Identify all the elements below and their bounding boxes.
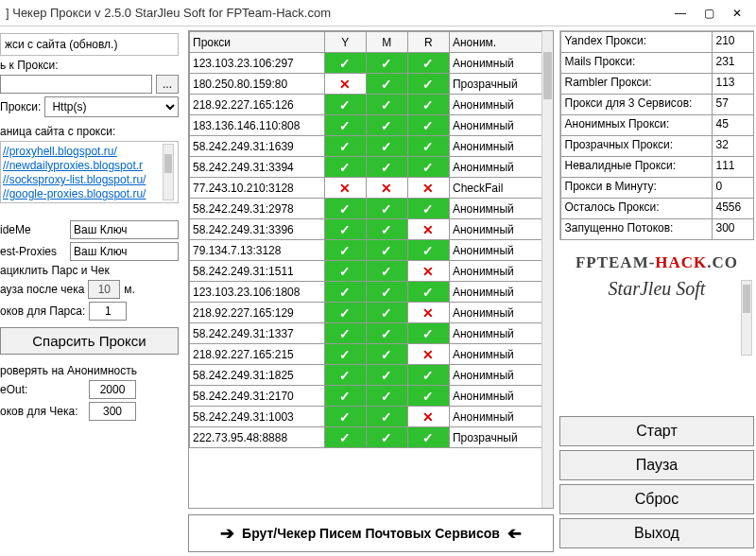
cell-mail: ✓ xyxy=(366,323,407,344)
proxy-type-select[interactable]: Http(s) xyxy=(44,96,179,117)
scrollbar-thumb[interactable] xyxy=(543,52,552,99)
table-scrollbar[interactable] xyxy=(541,31,553,508)
cell-mail: ✓ xyxy=(366,240,407,261)
pause-button[interactable]: Пауза xyxy=(559,450,754,480)
parse-proxy-button[interactable]: Спарсить Прокси xyxy=(0,327,179,355)
cell-rambler: ✓ xyxy=(407,386,449,407)
cell-mail: ✓ xyxy=(366,219,407,240)
stat-value: 0 xyxy=(712,177,754,199)
col-rambler[interactable]: R xyxy=(407,32,449,53)
table-row[interactable]: 77.243.10.210:3128✕✕✕CheckFail xyxy=(190,178,553,199)
table-row[interactable]: 180.250.80.159:80✕✓✓Прозрачный xyxy=(190,74,553,95)
proxy-source-link[interactable]: //proxyhell.blogspot.ru/ xyxy=(3,145,176,158)
cell-anon: Анонимный xyxy=(449,407,552,427)
hideme-key-input[interactable] xyxy=(70,220,179,239)
cell-proxy: 58.242.249.31:1825 xyxy=(190,365,325,386)
table-row[interactable]: 58.242.249.31:1337✓✓✓Анонимный xyxy=(190,323,553,344)
cell-rambler: ✕ xyxy=(407,261,449,282)
stat-value: 210 xyxy=(712,31,754,53)
cell-anon: Анонимный xyxy=(449,199,552,219)
cell-mail: ✓ xyxy=(366,386,407,407)
cell-rambler: ✕ xyxy=(407,178,449,199)
col-mail[interactable]: M xyxy=(366,32,407,53)
proxy-source-link[interactable]: //newdailyproxies.blogspot.r xyxy=(3,159,176,172)
stat-key: Прокси в Минуту: xyxy=(560,177,713,199)
stat-key: Прокси для 3 Сервисов: xyxy=(560,94,713,115)
pause-after-label: ауза после чека xyxy=(0,283,84,296)
cell-anon: Прозрачный xyxy=(449,427,552,448)
maximize-icon[interactable]: ▢ xyxy=(696,4,722,23)
table-row[interactable]: 222.73.95.48:8888✓✓✓Прозрачный xyxy=(190,427,553,448)
col-anon[interactable]: Аноним. xyxy=(449,32,552,53)
stat-key: Прозрачных Прокси: xyxy=(560,135,713,157)
parse-threads-input[interactable] xyxy=(89,302,127,321)
scrollbar-thumb[interactable] xyxy=(164,154,172,173)
parse-threads-label: оков для Парса: xyxy=(0,304,85,318)
table-row[interactable]: 218.92.227.165:215✓✓✕Анонимный xyxy=(190,344,553,365)
cell-rambler: ✕ xyxy=(407,219,449,240)
titlebar: ] Чекер Прокси v 2.5.0 StarJleu Soft for… xyxy=(0,0,756,26)
cell-proxy: 58.242.249.31:1511 xyxy=(190,261,325,282)
stat-value: 111 xyxy=(712,156,754,178)
table-row[interactable]: 58.242.249.31:1511✓✓✕Анонимный xyxy=(190,261,553,282)
arrow-right-icon: ➔ xyxy=(220,523,234,544)
reset-button[interactable]: Сброс xyxy=(559,484,754,514)
table-row[interactable]: 58.242.249.31:1825✓✓✓Анонимный xyxy=(190,365,553,386)
stat-value: 231 xyxy=(712,52,754,74)
stat-key: Невалидные Прокси: xyxy=(560,156,713,178)
table-row[interactable]: 58.242.249.31:1639✓✓✓Анонимный xyxy=(190,136,553,157)
table-row[interactable]: 58.242.249.31:1003✓✓✕Анонимный xyxy=(190,407,553,427)
table-row[interactable]: 58.242.249.31:3394✓✓✓Анонимный xyxy=(190,157,553,178)
cell-rambler: ✓ xyxy=(407,282,449,303)
table-row[interactable]: 58.242.249.31:2170✓✓✓Анонимный xyxy=(190,386,553,407)
proxy-path-input[interactable] xyxy=(0,75,152,94)
table-row[interactable]: 183.136.146.110:808✓✓✓Анонимный xyxy=(190,115,553,136)
center-panel: Прокси Y M R Аноним. 123.103.23.106:297✓… xyxy=(184,26,558,556)
minimize-icon[interactable]: — xyxy=(667,4,694,23)
bestproxies-label: est-Proxies xyxy=(0,245,66,258)
table-row[interactable]: 218.92.227.165:126✓✓✓Анонимный xyxy=(190,95,553,115)
stat-row: Анонимных Прокси:45 xyxy=(560,114,753,135)
cell-yandex: ✓ xyxy=(324,323,366,344)
table-row[interactable]: 79.134.7.13:3128✓✓✓Анонимный xyxy=(190,240,553,261)
close-icon[interactable]: ✕ xyxy=(724,4,750,23)
col-yandex[interactable]: Y xyxy=(324,32,366,53)
stat-row: Rambler Прокси:113 xyxy=(560,73,753,94)
check-threads-input[interactable] xyxy=(89,402,136,421)
cell-yandex: ✕ xyxy=(324,178,366,199)
cell-proxy: 218.92.227.165:126 xyxy=(190,95,325,115)
browse-button[interactable]: ... xyxy=(156,75,179,94)
left-panel: жси с сайта (обновл.) ь к Прокси: ... Пр… xyxy=(0,26,184,556)
bestproxies-key-input[interactable] xyxy=(70,242,179,261)
col-proxy[interactable]: Прокси xyxy=(190,32,325,53)
table-row[interactable]: 218.92.227.165:129✓✓✕Анонимный xyxy=(190,303,553,323)
scrollbar-thumb[interactable] xyxy=(743,285,750,313)
proxy-sources-list[interactable]: //proxyhell.blogspot.ru/ //newdailyproxi… xyxy=(0,141,179,203)
cell-anon: CheckFail xyxy=(449,178,552,199)
cell-anon: Анонимный xyxy=(449,136,552,157)
table-row[interactable]: 123.103.23.106:1808✓✓✓Анонимный xyxy=(190,282,553,303)
cell-proxy: 123.103.23.106:1808 xyxy=(190,282,325,303)
timeout-input[interactable] xyxy=(89,380,136,399)
cell-yandex: ✓ xyxy=(324,240,366,261)
table-row[interactable]: 58.242.249.31:3396✓✓✕Анонимный xyxy=(190,219,553,240)
exit-button[interactable]: Выход xyxy=(559,518,754,548)
table-row[interactable]: 58.242.249.31:2978✓✓✓Анонимный xyxy=(190,199,553,219)
cell-proxy: 58.242.249.31:1003 xyxy=(190,407,325,427)
proxy-source-link[interactable]: //google-proxies.blogspot.ru/ xyxy=(3,187,176,200)
cell-mail: ✕ xyxy=(366,178,407,199)
cell-mail: ✓ xyxy=(366,365,407,386)
table-row[interactable]: 123.103.23.106:297✓✓✓Анонимный xyxy=(190,53,553,74)
cell-mail: ✓ xyxy=(366,74,407,95)
brut-checker-button[interactable]: ➔ Брут/Чекер Писем Почтовых Сервисов ➔ xyxy=(188,514,554,552)
brand-block: FPTEAM-HACK.CO StarJleu Soft xyxy=(559,253,754,300)
cell-mail: ✓ xyxy=(366,303,407,323)
stat-row: Прозрачных Прокси:32 xyxy=(560,135,753,156)
proxy-table[interactable]: Прокси Y M R Аноним. 123.103.23.106:297✓… xyxy=(189,31,553,448)
cell-rambler: ✓ xyxy=(407,157,449,178)
brand-author: StarJleu Soft xyxy=(559,278,754,300)
cell-yandex: ✓ xyxy=(324,407,366,427)
proxy-source-link[interactable]: //socksproxy-list.blogspot.ru/ xyxy=(3,173,176,186)
start-button[interactable]: Старт xyxy=(559,416,754,446)
cell-yandex: ✓ xyxy=(324,157,366,178)
